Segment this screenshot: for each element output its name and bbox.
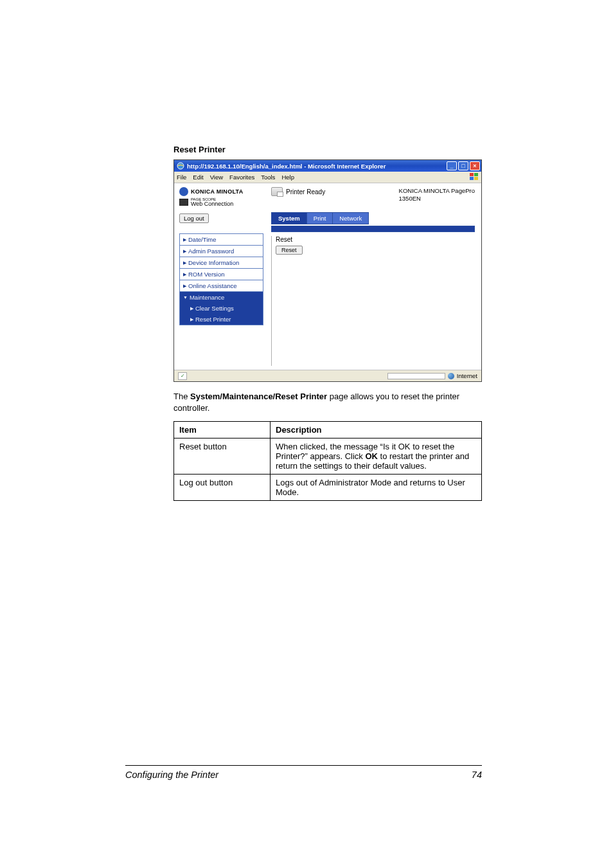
cell-item: Log out button: [174, 475, 271, 501]
maximize-button[interactable]: □: [458, 161, 468, 170]
minimize-button[interactable]: _: [447, 161, 457, 170]
logout-button[interactable]: Log out: [179, 213, 209, 223]
tabs: System Print Network: [271, 212, 475, 224]
window-title: http://192.168.1.10/English/a_index.html…: [187, 163, 447, 170]
tab-network[interactable]: Network: [332, 212, 369, 224]
sidebar-item-maintenance[interactable]: ▼Maintenance: [179, 291, 263, 303]
menu-tools[interactable]: Tools: [261, 174, 275, 181]
menu-edit[interactable]: Edit: [193, 174, 203, 181]
triangle-down-icon: ▼: [183, 295, 188, 300]
footer-page-number: 74: [472, 770, 482, 780]
sidebar-label: Device Information: [188, 259, 239, 266]
desc-bold: OK: [365, 451, 378, 461]
status-zone-label: Internet: [457, 372, 477, 379]
sidebar-nav: ▶Date/Time ▶Admin Password ▶Device Infor…: [179, 233, 263, 325]
svg-rect-2: [474, 173, 478, 176]
triangle-right-icon: ▶: [183, 272, 186, 277]
sidebar-item-clear-settings[interactable]: ▶Clear Settings: [179, 303, 263, 314]
close-button[interactable]: ×: [470, 161, 480, 170]
section-heading: Reset Printer: [173, 145, 482, 154]
sidebar-item-rom-version[interactable]: ▶ROM Version: [179, 268, 263, 280]
table-row: Log out button Logs out of Administrator…: [174, 475, 482, 501]
table-row: Reset button When clicked, the message “…: [174, 439, 482, 475]
ie-icon: [177, 162, 184, 170]
sidebar-label: ROM Version: [188, 271, 225, 278]
triangle-right-icon: ▶: [183, 249, 186, 254]
tab-underline-bar: [271, 226, 475, 232]
svg-rect-1: [470, 173, 474, 176]
th-item: Item: [174, 422, 271, 439]
printer-status: Printer Ready: [271, 187, 325, 196]
right-pane: Printer Ready KONICA MINOLTA PagePro 135…: [267, 183, 481, 370]
menu-bar: File Edit View Favorites Tools Help: [174, 172, 481, 183]
brand-label: KONICA MINOLTA: [191, 188, 244, 195]
desc-pre: Logs out of Administrator Mode and retur…: [276, 478, 465, 497]
progress-bar: [387, 373, 445, 379]
tab-print[interactable]: Print: [306, 212, 333, 224]
sidebar-item-device-info[interactable]: ▶Device Information: [179, 257, 263, 268]
sidebar-label: Reset Printer: [195, 316, 231, 323]
tab-system[interactable]: System: [271, 212, 306, 224]
reset-button[interactable]: Reset: [276, 246, 303, 255]
triangle-right-icon: ▶: [190, 306, 193, 311]
cell-desc: When clicked, the message “Is it OK to r…: [271, 439, 482, 475]
triangle-right-icon: ▶: [190, 317, 193, 322]
triangle-right-icon: ▶: [183, 260, 186, 266]
menu-view[interactable]: View: [210, 174, 223, 181]
menu-help[interactable]: Help: [281, 174, 294, 181]
model-line2: 1350EN: [399, 195, 475, 203]
page-footer: Configuring the Printer 74: [125, 765, 482, 780]
model-line1: KONICA MINOLTA PagePro: [399, 187, 475, 195]
sidebar-label: Clear Settings: [195, 305, 234, 312]
table-header-row: Item Description: [174, 422, 482, 439]
sidebar-item-admin-password[interactable]: ▶Admin Password: [179, 245, 263, 257]
sidebar-item-datetime[interactable]: ▶Date/Time: [179, 233, 263, 245]
body-pre: The: [173, 392, 190, 401]
printer-icon: [271, 187, 283, 196]
pagescope-icon: [179, 199, 188, 206]
content-panel: Reset Reset: [271, 236, 475, 366]
sidebar-label: Date/Time: [188, 236, 216, 243]
status-bar: ✓ Internet: [174, 370, 481, 381]
sidebar-label: Admin Password: [188, 248, 234, 255]
svg-rect-3: [470, 177, 474, 180]
km-logo-icon: [179, 187, 188, 196]
done-icon: ✓: [178, 372, 187, 380]
sidebar-label: Online Assistance: [188, 282, 237, 289]
description-table: Item Description Reset button When click…: [173, 421, 482, 501]
triangle-right-icon: ▶: [183, 237, 186, 242]
printer-status-text: Printer Ready: [286, 188, 325, 195]
footer-title: Configuring the Printer: [125, 770, 218, 780]
sidebar-item-reset-printer[interactable]: ▶Reset Printer: [179, 314, 263, 325]
windows-flag-icon: [470, 173, 479, 182]
cell-item: Reset button: [174, 439, 271, 475]
triangle-right-icon: ▶: [183, 284, 186, 289]
th-description: Description: [271, 422, 482, 439]
printer-model: KONICA MINOLTA PagePro 1350EN: [399, 187, 475, 203]
window-titlebar: http://192.168.1.10/English/a_index.html…: [174, 160, 481, 172]
globe-icon: [448, 373, 454, 379]
web-connection-label: Web Connection: [191, 201, 233, 207]
left-pane: KONICA MINOLTA PAGE SCOPE Web Connection…: [174, 183, 267, 370]
panel-heading: Reset: [276, 236, 475, 243]
svg-rect-4: [474, 177, 478, 180]
sidebar-item-online-assistance[interactable]: ▶Online Assistance: [179, 280, 263, 291]
cell-desc: Logs out of Administrator Mode and retur…: [271, 475, 482, 501]
embedded-screenshot: http://192.168.1.10/English/a_index.html…: [173, 159, 482, 382]
menu-file[interactable]: File: [177, 174, 186, 181]
body-paragraph: The System/Maintenance/Reset Printer pag…: [173, 391, 482, 413]
body-bold: System/Maintenance/Reset Printer: [190, 392, 327, 401]
sidebar-label: Maintenance: [190, 294, 224, 301]
menu-favorites[interactable]: Favorites: [229, 174, 254, 181]
